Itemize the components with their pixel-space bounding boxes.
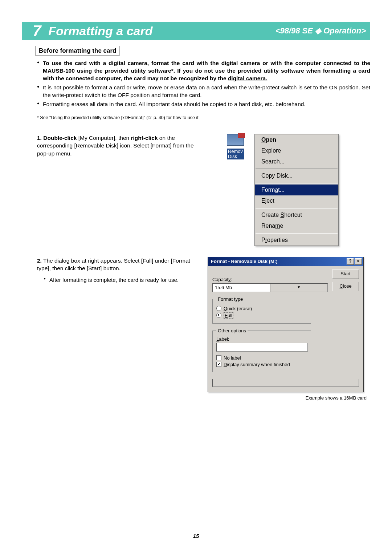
other-options-legend: Other options [216, 328, 248, 333]
example-caption: Example shows a 16MB card [208, 395, 367, 401]
removable-disk-icon[interactable]: RemovDisk [225, 134, 245, 161]
help-button[interactable]: ? [347, 258, 354, 265]
menu-eject[interactable]: Eject [255, 195, 338, 206]
label-field-label: Label: [216, 336, 229, 342]
check-display-summary[interactable]: ✓ Display summary when finished [216, 362, 307, 367]
radio-full[interactable]: Full [216, 312, 307, 319]
menu-format[interactable]: Format... [255, 185, 338, 195]
radio-quick[interactable]: Quick (erase) [216, 306, 307, 311]
step-1-text: 1. Double-click [My Computer], then righ… [22, 134, 204, 246]
operation-tag: <98/98 SE ◆ Operation> [275, 26, 366, 36]
dialog-titlebar: Format - Removable Disk (M:) ? × [208, 257, 363, 266]
chapter-header: 7 Formatting a card <98/98 SE ◆ Operatio… [22, 22, 370, 40]
warning-item: It is not possible to format a card or w… [37, 84, 370, 99]
footnote: * See "Using the provided utililty softw… [37, 115, 370, 120]
status-bar [212, 379, 359, 387]
warning-item: To use the card with a digital camera, f… [37, 60, 370, 82]
close-button[interactable]: × [355, 258, 362, 265]
dialog-title: Format - Removable Disk (M:) [211, 259, 346, 264]
capacity-value: 15.6 Mb [213, 285, 270, 290]
menu-open[interactable]: Open [255, 134, 338, 145]
format-type-legend: Format type [216, 296, 244, 302]
chapter-title: Formatting a card [48, 24, 275, 38]
dropdown-icon[interactable]: ▼ [270, 284, 328, 292]
menu-rename[interactable]: Rename [255, 220, 338, 231]
warning-list: To use the card with a digital camera, f… [37, 60, 370, 108]
warning-item: Formatting erases all data in the card. … [37, 101, 370, 108]
start-button[interactable]: Start [332, 270, 359, 279]
step-2-subnote: After formatting is complete, the card i… [44, 276, 204, 284]
close-dialog-button[interactable]: Close [332, 282, 359, 291]
context-menu: Open Explore Search... Copy Disk... Form… [254, 134, 339, 246]
format-type-group: Format type Quick (erase) Full [212, 296, 311, 324]
chapter-number: 7 [33, 22, 41, 40]
check-no-label[interactable]: No label [216, 355, 307, 361]
format-dialog: Format - Removable Disk (M:) ? × Capacit… [208, 257, 364, 392]
context-menu-screenshot: RemovDisk Open Explore Search... Copy Di… [236, 134, 338, 246]
menu-properties[interactable]: Properties [255, 235, 338, 246]
page-number: 15 [0, 533, 392, 539]
other-options-group: Other options Label: No label ✓ Display … [212, 328, 311, 372]
menu-explore[interactable]: Explore [255, 145, 338, 156]
section-heading: Before formatting the card [36, 46, 119, 56]
menu-create-shortcut[interactable]: Create Shortcut [255, 210, 338, 220]
capacity-label: Capacity: [212, 277, 232, 282]
menu-copy-disk[interactable]: Copy Disk... [255, 170, 338, 181]
capacity-select[interactable]: 15.6 Mb ▼ [212, 283, 328, 292]
label-input[interactable] [216, 343, 308, 352]
step-2-text: 2. The dialog box at right appears. Sele… [22, 257, 204, 401]
drive-glyph-icon [227, 134, 244, 146]
menu-search[interactable]: Search... [255, 156, 338, 167]
